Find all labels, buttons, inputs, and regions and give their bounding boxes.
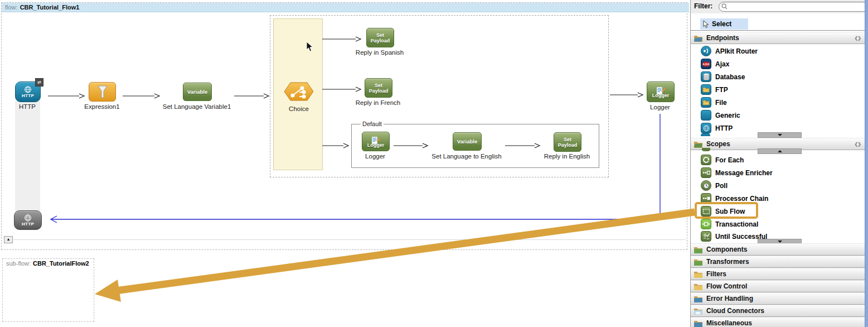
folder-icon xyxy=(694,283,703,290)
palette-section-filters[interactable]: Filters xyxy=(691,268,865,280)
drag-arrow-head xyxy=(95,280,121,302)
http-node-text: HTTP xyxy=(22,222,34,227)
folder-icon xyxy=(694,271,703,278)
palette-section-miscellaneous[interactable]: Miscellaneous xyxy=(691,317,865,327)
set-payload-text: Set Payload xyxy=(369,32,391,44)
folder-icon xyxy=(694,246,703,253)
select-tool-label: Select xyxy=(712,20,731,28)
variable-node-text: Variable xyxy=(457,139,477,145)
sub-flow-selection-outline xyxy=(695,202,758,219)
item-label: Poll xyxy=(715,182,728,190)
funnel-icon xyxy=(96,85,109,99)
expression-node[interactable] xyxy=(89,82,116,102)
set-language-to-english-label: Set Language to English xyxy=(428,153,506,160)
generic-endpoint-icon xyxy=(701,110,711,121)
palette-section-components[interactable]: Components xyxy=(691,243,865,256)
section-label: Transformers xyxy=(706,258,749,266)
expression-label: Expression1 xyxy=(76,103,128,110)
section-label: Components xyxy=(706,246,747,253)
logger-node-text: Logger xyxy=(367,142,385,148)
apikit-router-icon xyxy=(701,46,711,56)
folder-icon xyxy=(701,84,711,95)
palette-edge-scrollbar[interactable] xyxy=(865,0,868,327)
subflow-name: CBR_TutorialFlow2 xyxy=(33,260,89,267)
pin-icon[interactable]: ❮❯ xyxy=(855,36,861,41)
poll-clock-icon xyxy=(701,180,711,191)
palette-item-message-enricher[interactable]: Message Enricher xyxy=(701,167,773,178)
variable-node-text: Variable xyxy=(187,89,207,95)
flow-titlebar[interactable]: flow: CBR_Tutorial_Flow1 xyxy=(2,3,689,12)
palette-section-flow-control[interactable]: Flow Control xyxy=(691,280,865,292)
item-label: For Each xyxy=(715,156,744,164)
filter-label: Filter: xyxy=(694,2,712,10)
default-logger-node[interactable]: Logger xyxy=(362,132,390,151)
subflow-type-label: sub-flow: xyxy=(6,260,31,267)
palette-item-transactional[interactable]: Transactional xyxy=(701,219,758,229)
folder-icon xyxy=(694,295,703,302)
section-label: Flow Control xyxy=(706,282,747,290)
choice-node[interactable] xyxy=(284,82,314,101)
flow-collapse-handle[interactable]: ▴ xyxy=(4,236,13,243)
pin-icon[interactable]: ❮❯ xyxy=(855,142,861,147)
select-cursor-icon xyxy=(702,20,710,28)
palette-divider xyxy=(691,30,865,31)
palette-item-ftp[interactable]: FTP xyxy=(701,84,728,95)
choice-label: Choice xyxy=(280,105,317,112)
http-response-node[interactable]: HTTP xyxy=(14,210,42,230)
palette-item-database[interactable]: Database xyxy=(701,71,745,82)
mouse-cursor-icon xyxy=(306,41,314,52)
item-label: HTTP xyxy=(715,124,733,132)
palette-item-apikit-router[interactable]: APIkit Router xyxy=(701,46,758,56)
exchange-badge-icon[interactable]: ⇄ xyxy=(35,78,43,86)
logger-label: Logger xyxy=(643,104,677,110)
palette-item-file[interactable]: File xyxy=(701,97,727,108)
palette-section-error-handling[interactable]: Error Handling xyxy=(691,292,865,305)
set-payload-text: Set Payload xyxy=(556,137,579,148)
section-label: Miscellaneous xyxy=(706,319,752,327)
reply-in-english-label: Reply in English xyxy=(539,153,595,160)
select-tool[interactable]: Select xyxy=(700,18,748,30)
palette-item-http[interactable]: HTTP xyxy=(701,123,733,133)
partial-item xyxy=(701,133,710,136)
logger-node-text: Logger xyxy=(652,93,670,98)
subflow-container[interactable] xyxy=(2,258,94,322)
scopes-scroll-up[interactable] xyxy=(758,148,802,154)
variable-node-1[interactable]: Variable xyxy=(183,83,212,101)
set-payload-spanish-node[interactable]: Set Payload xyxy=(366,28,394,47)
palette-section-cloud-connectors[interactable]: Cloud Connectors xyxy=(691,305,865,317)
flow-type-label: flow: xyxy=(5,4,18,11)
set-payload-text: Set Payload xyxy=(367,83,390,94)
set-payload-english-node[interactable]: Set Payload xyxy=(554,132,581,152)
variable-node-english[interactable]: Variable xyxy=(453,132,482,151)
palette-section-endpoints[interactable]: Endpoints ❮❯ xyxy=(691,32,865,44)
svg-text:AJAX: AJAX xyxy=(702,63,709,66)
palette-item-poll[interactable]: Poll xyxy=(701,180,728,191)
subflow-titlebar[interactable]: sub-flow: CBR_TutorialFlow2 xyxy=(3,259,95,267)
logger-node[interactable]: Logger xyxy=(647,81,675,102)
item-label: Ajax xyxy=(715,60,729,68)
section-label: Endpoints xyxy=(706,34,739,42)
section-label: Error Handling xyxy=(706,295,753,302)
transactional-icon xyxy=(701,219,711,229)
palette-item-for-each[interactable]: For Each xyxy=(701,155,744,165)
folder-icon xyxy=(701,97,711,108)
reply-in-french-label: Reply in French xyxy=(350,99,406,106)
for-each-icon xyxy=(701,155,711,165)
set-payload-french-node[interactable]: Set Payload xyxy=(365,78,392,98)
palette-item-generic[interactable]: Generic xyxy=(701,110,740,121)
globe-icon xyxy=(701,123,711,133)
partial-item xyxy=(702,148,710,151)
open-folder-icon xyxy=(694,35,703,42)
section-label: Cloud Connectors xyxy=(706,307,764,315)
variable-node-1-label: Set Language Variable1 xyxy=(159,103,235,110)
default-logger-label: Logger xyxy=(348,153,403,160)
reply-in-spanish-label: Reply in Spanish xyxy=(352,49,408,56)
palette-item-ajax[interactable]: AJAX Ajax xyxy=(701,59,729,69)
palette-panel: Filter: Select Endpoints ❮❯ APIkit Route… xyxy=(690,0,865,327)
palette-search-input[interactable] xyxy=(719,2,868,12)
palette-section-transformers[interactable]: Transformers xyxy=(691,256,865,268)
section-label: Scopes xyxy=(706,140,730,148)
message-enricher-icon xyxy=(701,167,711,178)
endpoints-scroll-down[interactable] xyxy=(758,132,802,138)
item-label: File xyxy=(715,99,727,107)
